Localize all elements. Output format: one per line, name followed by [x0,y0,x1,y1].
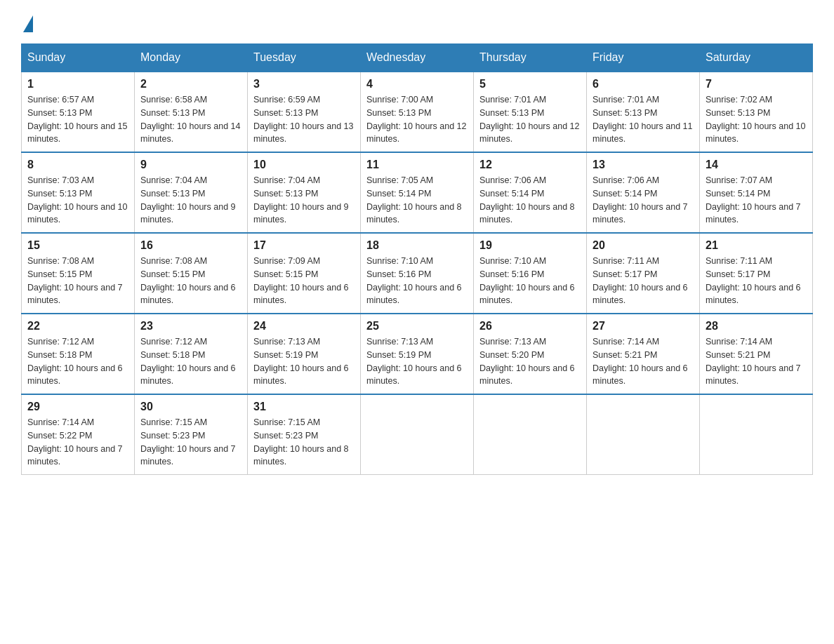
day-number: 10 [253,159,355,171]
day-number: 1 [27,78,128,90]
day-info: Sunrise: 7:00 AM Sunset: 5:13 PM Dayligh… [366,93,468,146]
day-number: 24 [253,320,355,333]
day-info: Sunrise: 7:15 AM Sunset: 5:23 PM Dayligh… [140,416,241,469]
header-day-saturday: Saturday [700,44,813,72]
calendar-cell: 15 Sunrise: 7:08 AM Sunset: 5:15 PM Dayl… [22,233,135,314]
calendar-cell: 11 Sunrise: 7:05 AM Sunset: 5:14 PM Dayl… [361,152,474,233]
day-number: 22 [27,320,128,333]
day-info: Sunrise: 7:13 AM Sunset: 5:19 PM Dayligh… [253,335,355,388]
week-row-4: 22 Sunrise: 7:12 AM Sunset: 5:18 PM Dayl… [22,314,813,394]
calendar-cell: 27 Sunrise: 7:14 AM Sunset: 5:21 PM Dayl… [587,314,700,394]
calendar-cell: 8 Sunrise: 7:03 AM Sunset: 5:13 PM Dayli… [22,152,135,233]
calendar-cell: 17 Sunrise: 7:09 AM Sunset: 5:15 PM Dayl… [248,233,361,314]
header-day-tuesday: Tuesday [248,44,361,72]
calendar-cell: 6 Sunrise: 7:01 AM Sunset: 5:13 PM Dayli… [587,72,700,152]
day-number: 3 [253,78,355,90]
day-number: 4 [366,78,468,90]
day-number: 2 [140,78,241,90]
calendar-cell: 7 Sunrise: 7:02 AM Sunset: 5:13 PM Dayli… [700,72,813,152]
day-info: Sunrise: 7:04 AM Sunset: 5:13 PM Dayligh… [140,174,241,227]
day-info: Sunrise: 7:06 AM Sunset: 5:14 PM Dayligh… [479,174,581,227]
day-info: Sunrise: 7:09 AM Sunset: 5:15 PM Dayligh… [253,255,355,307]
week-row-1: 1 Sunrise: 6:57 AM Sunset: 5:13 PM Dayli… [22,72,813,152]
day-number: 21 [706,239,807,252]
calendar-cell: 3 Sunrise: 6:59 AM Sunset: 5:13 PM Dayli… [248,72,361,152]
day-info: Sunrise: 7:14 AM Sunset: 5:22 PM Dayligh… [27,416,128,469]
calendar-cell: 30 Sunrise: 7:15 AM Sunset: 5:23 PM Dayl… [135,394,248,475]
day-number: 31 [253,401,355,413]
day-info: Sunrise: 6:58 AM Sunset: 5:13 PM Dayligh… [140,93,241,146]
day-info: Sunrise: 7:11 AM Sunset: 5:17 PM Dayligh… [593,255,694,307]
day-number: 5 [479,78,581,90]
day-info: Sunrise: 7:05 AM Sunset: 5:14 PM Dayligh… [366,174,468,227]
day-info: Sunrise: 7:08 AM Sunset: 5:15 PM Dayligh… [140,255,241,307]
day-info: Sunrise: 7:11 AM Sunset: 5:17 PM Dayligh… [706,255,807,307]
day-info: Sunrise: 7:12 AM Sunset: 5:18 PM Dayligh… [140,335,241,388]
day-info: Sunrise: 7:01 AM Sunset: 5:13 PM Dayligh… [479,93,581,146]
day-number: 18 [366,239,468,252]
calendar-cell: 20 Sunrise: 7:11 AM Sunset: 5:17 PM Dayl… [587,233,700,314]
day-info: Sunrise: 6:59 AM Sunset: 5:13 PM Dayligh… [253,93,355,146]
calendar-cell: 14 Sunrise: 7:07 AM Sunset: 5:14 PM Dayl… [700,152,813,233]
calendar-cell: 9 Sunrise: 7:04 AM Sunset: 5:13 PM Dayli… [135,152,248,233]
calendar-cell: 19 Sunrise: 7:10 AM Sunset: 5:16 PM Dayl… [474,233,587,314]
day-info: Sunrise: 7:07 AM Sunset: 5:14 PM Dayligh… [706,174,807,227]
day-info: Sunrise: 7:08 AM Sunset: 5:15 PM Dayligh… [27,255,128,307]
day-info: Sunrise: 7:04 AM Sunset: 5:13 PM Dayligh… [253,174,355,227]
header-day-monday: Monday [135,44,248,72]
header-day-thursday: Thursday [474,44,587,72]
calendar-cell [361,394,474,475]
day-number: 14 [706,159,807,171]
header-day-sunday: Sunday [22,44,135,72]
calendar-cell [700,394,813,475]
calendar-cell: 28 Sunrise: 7:14 AM Sunset: 5:21 PM Dayl… [700,314,813,394]
logo-triangle-icon [23,15,33,32]
day-info: Sunrise: 7:10 AM Sunset: 5:16 PM Dayligh… [479,255,581,307]
day-info: Sunrise: 7:02 AM Sunset: 5:13 PM Dayligh… [706,93,807,146]
calendar-cell: 18 Sunrise: 7:10 AM Sunset: 5:16 PM Dayl… [361,233,474,314]
calendar-table: SundayMondayTuesdayWednesdayThursdayFrid… [21,43,813,475]
day-number: 26 [479,320,581,333]
day-number: 12 [479,159,581,171]
calendar-cell: 2 Sunrise: 6:58 AM Sunset: 5:13 PM Dayli… [135,72,248,152]
day-number: 8 [27,159,128,171]
calendar-cell: 24 Sunrise: 7:13 AM Sunset: 5:19 PM Dayl… [248,314,361,394]
day-number: 17 [253,239,355,252]
day-number: 9 [140,159,241,171]
day-number: 13 [593,159,694,171]
calendar-cell: 4 Sunrise: 7:00 AM Sunset: 5:13 PM Dayli… [361,72,474,152]
day-number: 16 [140,239,241,252]
day-number: 30 [140,401,241,413]
header-row: SundayMondayTuesdayWednesdayThursdayFrid… [22,44,813,72]
calendar-cell: 21 Sunrise: 7:11 AM Sunset: 5:17 PM Dayl… [700,233,813,314]
header-day-wednesday: Wednesday [361,44,474,72]
calendar-cell: 10 Sunrise: 7:04 AM Sunset: 5:13 PM Dayl… [248,152,361,233]
calendar-cell: 25 Sunrise: 7:13 AM Sunset: 5:19 PM Dayl… [361,314,474,394]
week-row-5: 29 Sunrise: 7:14 AM Sunset: 5:22 PM Dayl… [22,394,813,475]
day-info: Sunrise: 7:10 AM Sunset: 5:16 PM Dayligh… [366,255,468,307]
calendar-cell: 26 Sunrise: 7:13 AM Sunset: 5:20 PM Dayl… [474,314,587,394]
calendar-cell: 22 Sunrise: 7:12 AM Sunset: 5:18 PM Dayl… [22,314,135,394]
day-number: 20 [593,239,694,252]
day-number: 7 [706,78,807,90]
day-info: Sunrise: 7:15 AM Sunset: 5:23 PM Dayligh… [253,416,355,469]
calendar-cell: 13 Sunrise: 7:06 AM Sunset: 5:14 PM Dayl… [587,152,700,233]
calendar-cell: 29 Sunrise: 7:14 AM Sunset: 5:22 PM Dayl… [22,394,135,475]
week-row-2: 8 Sunrise: 7:03 AM Sunset: 5:13 PM Dayli… [22,152,813,233]
week-row-3: 15 Sunrise: 7:08 AM Sunset: 5:15 PM Dayl… [22,233,813,314]
day-number: 28 [706,320,807,333]
logo [21,14,33,29]
day-info: Sunrise: 7:14 AM Sunset: 5:21 PM Dayligh… [593,335,694,388]
day-info: Sunrise: 7:14 AM Sunset: 5:21 PM Dayligh… [706,335,807,388]
calendar-cell: 12 Sunrise: 7:06 AM Sunset: 5:14 PM Dayl… [474,152,587,233]
day-number: 19 [479,239,581,252]
day-info: Sunrise: 6:57 AM Sunset: 5:13 PM Dayligh… [27,93,128,146]
day-number: 6 [593,78,694,90]
calendar-cell: 1 Sunrise: 6:57 AM Sunset: 5:13 PM Dayli… [22,72,135,152]
day-info: Sunrise: 7:03 AM Sunset: 5:13 PM Dayligh… [27,174,128,227]
day-info: Sunrise: 7:01 AM Sunset: 5:13 PM Dayligh… [593,93,694,146]
day-number: 29 [27,401,128,413]
day-info: Sunrise: 7:06 AM Sunset: 5:14 PM Dayligh… [593,174,694,227]
day-info: Sunrise: 7:13 AM Sunset: 5:20 PM Dayligh… [479,335,581,388]
day-number: 23 [140,320,241,333]
